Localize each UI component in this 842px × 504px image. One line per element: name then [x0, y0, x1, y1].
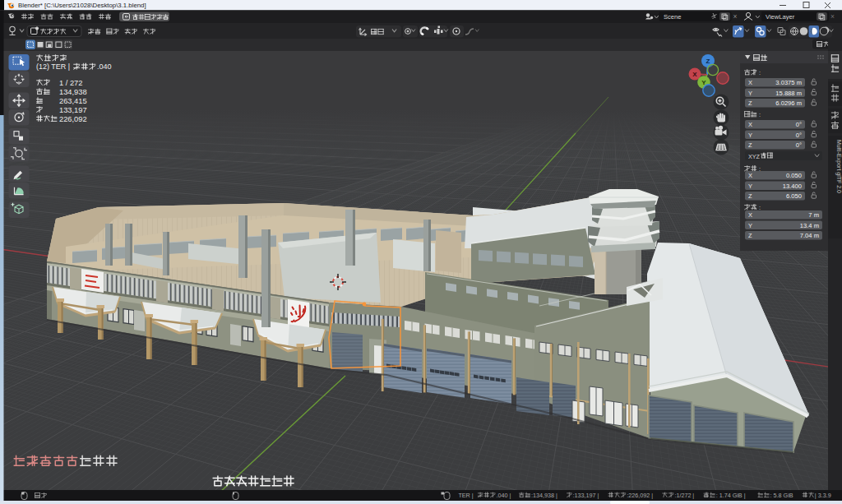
svg-text:: 5.8 GiB: : 5.8 GiB	[770, 492, 793, 499]
svg-text::134,938 |: :134,938 |	[531, 492, 557, 499]
svg-text:Z: Z	[748, 232, 752, 239]
svg-text:15.888 m: 15.888 m	[775, 90, 802, 97]
svg-text:Z: Z	[706, 58, 710, 65]
svg-text:X: X	[748, 172, 752, 179]
svg-text:ViewLayer: ViewLayer	[766, 13, 795, 21]
svg-text:| 3.3.9: | 3.3.9	[815, 492, 831, 499]
svg-text:0°: 0°	[796, 121, 802, 128]
svg-text:Multi-Export glTF 2.0: Multi-Export glTF 2.0	[835, 140, 842, 193]
svg-text:Z: Z	[748, 99, 752, 107]
svg-text:X: X	[748, 79, 752, 86]
svg-text:X: X	[692, 71, 697, 78]
svg-text:133,197: 133,197	[59, 106, 87, 114]
svg-text:6.0296 m: 6.0296 m	[775, 99, 802, 107]
svg-text:13.400: 13.400	[783, 183, 802, 190]
svg-text:X: X	[748, 121, 752, 128]
svg-text:263,415: 263,415	[59, 97, 87, 105]
svg-text:7.04 m: 7.04 m	[800, 232, 819, 239]
svg-text:Y: Y	[748, 90, 752, 97]
svg-text::: :	[759, 111, 761, 118]
svg-text:Z: Z	[748, 192, 752, 200]
svg-text::1/272 |: :1/272 |	[674, 492, 694, 499]
svg-text::: :	[759, 204, 761, 211]
svg-text:×: ×	[830, 12, 835, 21]
svg-text:Y: Y	[748, 222, 752, 229]
svg-text:0°: 0°	[796, 141, 802, 149]
svg-text:Blender* [C:\Users\21028\Desk: Blender* [C:\Users\21028\Desktop\3.1.ble…	[18, 2, 146, 9]
svg-text:Scene: Scene	[664, 13, 682, 21]
svg-text:13.4 m: 13.4 m	[800, 222, 819, 229]
svg-text:.040: .040	[97, 62, 112, 71]
svg-text:6.050: 6.050	[786, 192, 802, 200]
svg-text:TER |: TER |	[458, 492, 473, 499]
svg-text:Y: Y	[748, 183, 752, 190]
svg-text:134,938: 134,938	[59, 88, 87, 96]
svg-text:3.0375 m: 3.0375 m	[775, 79, 802, 86]
svg-text:XYZ: XYZ	[748, 153, 761, 160]
svg-text:X: X	[748, 211, 752, 219]
svg-text:226,092: 226,092	[59, 115, 87, 123]
svg-text:Z: Z	[748, 141, 752, 149]
svg-text:(12) TER |: (12) TER |	[36, 62, 70, 71]
svg-text::: :	[759, 69, 761, 76]
svg-text:: 1.74 GiB |: : 1.74 GiB |	[716, 492, 746, 499]
svg-text:1 / 272: 1 / 272	[59, 79, 82, 87]
svg-text::133,197 |: :133,197 |	[573, 492, 599, 499]
svg-text:0°: 0°	[796, 132, 802, 139]
svg-text:×: ×	[733, 12, 738, 21]
svg-text::226,092 |: :226,092 |	[627, 492, 653, 499]
svg-text:Y: Y	[748, 132, 752, 139]
svg-text:.040 |: .040 |	[497, 492, 511, 499]
svg-text:0.050: 0.050	[786, 172, 802, 179]
svg-text:7 m: 7 m	[808, 211, 819, 219]
